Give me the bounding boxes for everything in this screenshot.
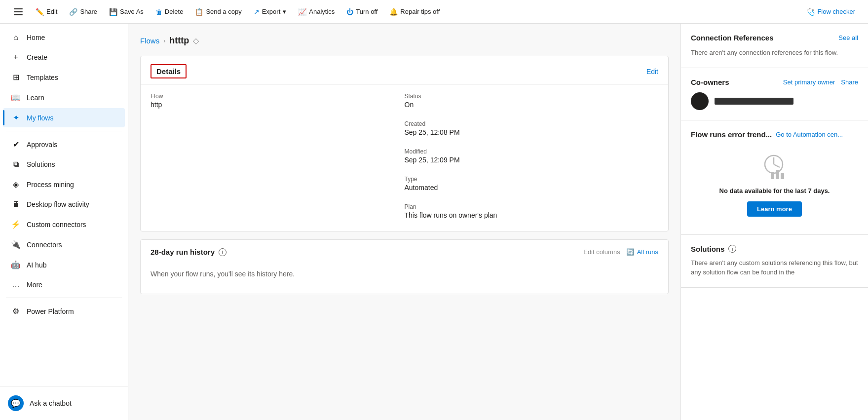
run-history-info-icon[interactable]: i — [219, 248, 226, 256]
co-owners-actions: Set primary owner Share — [783, 78, 858, 86]
co-owners-header: Co-owners Set primary owner Share — [691, 78, 858, 86]
sidebar-item-more[interactable]: … More — [3, 275, 125, 294]
breadcrumb: Flows › htttp ◇ — [140, 36, 669, 46]
chatbot-button[interactable]: 💬 Ask a chatbot — [0, 390, 128, 416]
run-history-body: When your flow runs, you'll see its hist… — [141, 264, 668, 294]
modified-field: Modified Sep 25, 12:09 PM — [405, 148, 659, 164]
run-history-card: 28-day run history i Edit columns 🔄 All … — [140, 239, 669, 294]
plan-field: Plan This flow runs on owner's plan — [405, 203, 659, 219]
delete-button[interactable]: 🗑 Delete — [151, 5, 189, 19]
set-primary-owner-link[interactable]: Set primary owner — [783, 78, 835, 86]
details-grid: Flow http Status On Created Sep 25, 12:0… — [141, 85, 668, 231]
repair-tips-button[interactable]: 🔔 Repair tips off — [384, 5, 445, 19]
plan-label: Plan — [405, 203, 659, 210]
diamond-icon: ◇ — [193, 36, 199, 45]
sidebar-item-solutions[interactable]: ⧉ Solutions — [3, 155, 125, 174]
share-icon: 🔗 — [69, 8, 77, 16]
hamburger-menu[interactable] — [8, 3, 29, 20]
templates-icon: ⊞ — [11, 73, 21, 82]
sidebar-item-power-platform[interactable]: ⚙ Power Platform — [3, 302, 125, 321]
learn-more-button[interactable]: Learn more — [747, 201, 802, 217]
bell-icon: 🔔 — [389, 8, 398, 16]
sidebar-item-learn[interactable]: 📖 Learn — [3, 88, 125, 107]
delete-icon: 🗑 — [155, 8, 162, 16]
share-button[interactable]: 🔗 Share — [64, 5, 102, 19]
coowner-row — [691, 92, 858, 110]
export-button[interactable]: ↗ Export ▾ — [249, 5, 292, 19]
created-value: Sep 25, 12:08 PM — [405, 128, 659, 136]
svg-rect-1 — [776, 170, 779, 179]
status-field: Status On — [405, 93, 659, 109]
sidebar-item-custom-connectors[interactable]: ⚡ Custom connectors — [3, 215, 125, 234]
analytics-button[interactable]: 📈 Analytics — [293, 5, 340, 19]
sidebar-item-my-flows[interactable]: ✦ My flows — [3, 108, 125, 127]
learn-icon: 📖 — [11, 93, 21, 102]
flow-checker-button[interactable]: 🩺 Flow checker — [801, 5, 860, 19]
sidebar-item-ai-hub[interactable]: 🤖 AI hub — [3, 255, 125, 274]
details-edit-link[interactable]: Edit — [646, 68, 658, 76]
export-dropdown-icon: ▾ — [283, 8, 286, 15]
more-icon: … — [11, 280, 21, 289]
details-title: Details — [151, 64, 187, 78]
sidebar-item-templates[interactable]: ⊞ Templates — [3, 68, 125, 87]
see-all-link[interactable]: See all — [838, 34, 858, 41]
sidebar-item-approvals[interactable]: ✔ Approvals — [3, 135, 125, 154]
edit-button[interactable]: ✏️ Edit — [31, 5, 62, 19]
sidebar-item-connectors[interactable]: 🔌 Connectors — [3, 235, 125, 254]
svg-rect-2 — [781, 173, 784, 179]
error-chart: No data available for the last 7 days. L… — [691, 145, 858, 225]
breadcrumb-separator: › — [163, 38, 165, 44]
breadcrumb-current: htttp — [169, 36, 189, 46]
main-content: Flows › htttp ◇ Details Edit Flow http — [128, 24, 680, 420]
ai-hub-icon: 🤖 — [11, 260, 21, 269]
edit-icon: ✏️ — [36, 8, 44, 16]
automation-center-link[interactable]: Go to Automation cen... — [776, 131, 843, 138]
created-field: Created Sep 25, 12:08 PM — [405, 120, 659, 136]
solutions-header: Solutions i — [691, 245, 858, 253]
solutions-text: There aren't any custom solutions refere… — [691, 258, 858, 277]
sidebar: ⌂ Home + Create ⊞ Templates 📖 Learn ✦ My… — [0, 24, 128, 420]
co-owners-share-link[interactable]: Share — [841, 78, 858, 86]
type-value: Automated — [405, 184, 659, 191]
flow-checker-icon: 🩺 — [806, 8, 815, 16]
solutions-section: Solutions i There aren't any custom solu… — [681, 235, 868, 288]
toolbar-right: 🩺 Flow checker — [801, 5, 860, 19]
sidebar-item-process-mining[interactable]: ◈ Process mining — [3, 175, 125, 194]
save-as-button[interactable]: 💾 Save As — [104, 5, 149, 19]
content-area: Flows › htttp ◇ Details Edit Flow http — [128, 24, 868, 420]
breadcrumb-flows-link[interactable]: Flows — [140, 37, 159, 45]
custom-connectors-icon: ⚡ — [11, 220, 21, 229]
run-history-title: 28-day run history i — [151, 248, 226, 256]
details-left: Flow http — [151, 93, 405, 223]
connection-refs-text: There aren't any connection references f… — [691, 48, 858, 58]
modified-label: Modified — [405, 148, 659, 155]
export-icon: ↗ — [254, 8, 260, 16]
solutions-section-title: Solutions — [691, 245, 724, 253]
all-runs-button[interactable]: 🔄 All runs — [626, 248, 658, 256]
connection-refs-section: Connection References See all There aren… — [681, 24, 868, 68]
details-card: Details Edit Flow http Status On — [140, 56, 669, 231]
power-icon: ⏻ — [346, 8, 353, 16]
sidebar-item-home[interactable]: ⌂ Home — [3, 28, 125, 47]
save-icon: 💾 — [109, 8, 117, 16]
flow-label: Flow — [151, 93, 405, 100]
connection-refs-header: Connection References See all — [691, 34, 858, 42]
toolbar: ✏️ Edit 🔗 Share 💾 Save As 🗑 Delete 📋 Sen… — [0, 0, 868, 24]
run-history-header: 28-day run history i Edit columns 🔄 All … — [141, 240, 668, 264]
flow-field: Flow http — [151, 93, 405, 109]
turn-off-button[interactable]: ⏻ Turn off — [341, 5, 382, 19]
process-mining-icon: ◈ — [11, 180, 21, 189]
flow-value: http — [151, 101, 405, 109]
status-label: Status — [405, 93, 659, 100]
send-copy-icon: 📋 — [195, 8, 203, 16]
solutions-info-icon[interactable]: i — [728, 245, 736, 253]
home-icon: ⌂ — [11, 33, 21, 42]
send-copy-button[interactable]: 📋 Send a copy — [190, 5, 246, 19]
main-layout: ⌂ Home + Create ⊞ Templates 📖 Learn ✦ My… — [0, 24, 868, 420]
details-right: Status On Created Sep 25, 12:08 PM Modif… — [405, 93, 659, 223]
edit-columns-button[interactable]: Edit columns — [583, 248, 620, 256]
sidebar-item-desktop-flow[interactable]: 🖥 Desktop flow activity — [3, 195, 125, 214]
sidebar-item-create[interactable]: + Create — [3, 48, 125, 67]
status-value: On — [405, 101, 659, 109]
run-history-actions: Edit columns 🔄 All runs — [583, 248, 658, 256]
